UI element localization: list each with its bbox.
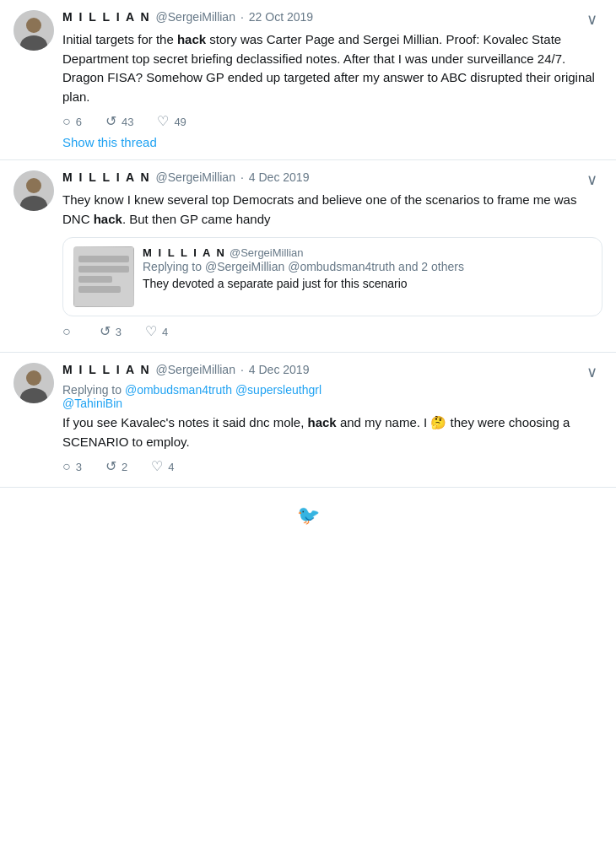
retweet-icon-2: ↺ bbox=[100, 325, 111, 338]
retweet-icon-1: ↺ bbox=[105, 115, 116, 128]
like-count-1: 49 bbox=[174, 116, 186, 128]
dot-3: · bbox=[240, 363, 244, 376]
dot-2: · bbox=[240, 170, 244, 184]
like-count-3: 4 bbox=[168, 461, 174, 473]
thumbnail-image bbox=[73, 246, 134, 307]
svg-rect-7 bbox=[78, 256, 129, 262]
quoted-replying-to: Replying to @SergeiMillian @ombudsman4tr… bbox=[143, 259, 592, 276]
like-action-2[interactable]: ♡ 4 bbox=[145, 325, 168, 338]
retweet-count-2: 3 bbox=[116, 326, 122, 338]
reply-action-2[interactable]: ○ bbox=[62, 325, 76, 338]
user-info-3: M I L L I A N @SergeiMillian · 4 Dec 201… bbox=[62, 363, 309, 376]
like-icon-3: ♡ bbox=[151, 460, 163, 473]
like-action-1[interactable]: ♡ 49 bbox=[157, 115, 186, 128]
retweet-action-1[interactable]: ↺ 43 bbox=[105, 115, 133, 128]
handle-1[interactable]: @SergeiMillian bbox=[156, 10, 235, 24]
quoted-handle: @SergeiMillian bbox=[230, 246, 304, 259]
quoted-user-row: M I L L I A N @SergeiMillian bbox=[143, 246, 592, 259]
replying-to-label: Replying to @ombudsman4truth @supersleut… bbox=[62, 383, 602, 410]
chevron-icon-3[interactable]: ∨ bbox=[581, 363, 602, 381]
retweet-icon-3: ↺ bbox=[105, 460, 116, 473]
chevron-icon-2[interactable]: ∨ bbox=[581, 170, 602, 189]
quoted-thumbnail bbox=[73, 246, 134, 307]
chevron-icon-1[interactable]: ∨ bbox=[581, 10, 602, 29]
tweet-header-3: M I L L I A N @SergeiMillian · 4 Dec 201… bbox=[62, 363, 602, 381]
user-info-2: M I L L I A N @SergeiMillian · 4 Dec 201… bbox=[62, 170, 309, 184]
tweet-1: M I L L I A N @SergeiMillian · 22 Oct 20… bbox=[0, 0, 616, 160]
timestamp-2: 4 Dec 2019 bbox=[249, 170, 310, 184]
like-icon-2: ♡ bbox=[145, 325, 157, 338]
tweet-actions-1: ○ 6 ↺ 43 ♡ 49 bbox=[62, 115, 602, 128]
tweet-actions-3: ○ 3 ↺ 2 ♡ 4 bbox=[62, 460, 602, 473]
tweet-text-2: They know I knew several top Democrats a… bbox=[62, 191, 602, 229]
display-name-2[interactable]: M I L L I A N bbox=[62, 170, 151, 184]
svg-point-12 bbox=[26, 370, 41, 386]
tweet-3: M I L L I A N @SergeiMillian · 4 Dec 201… bbox=[0, 353, 616, 488]
reply-action-3[interactable]: ○ 3 bbox=[62, 460, 82, 473]
quoted-text-main: They devoted a separate paid just for th… bbox=[143, 276, 592, 293]
tweet-2: M I L L I A N @SergeiMillian · 4 Dec 201… bbox=[0, 160, 616, 353]
display-name-3[interactable]: M I L L I A N bbox=[62, 363, 151, 376]
handle-2[interactable]: @SergeiMillian bbox=[156, 170, 235, 184]
reply-count-3: 3 bbox=[76, 461, 82, 473]
quoted-tweet: M I L L I A N @SergeiMillian Replying to… bbox=[62, 237, 602, 316]
dot-1: · bbox=[240, 10, 244, 24]
avatar-3[interactable] bbox=[14, 363, 54, 403]
svg-point-1 bbox=[26, 18, 41, 33]
timestamp-3: 4 Dec 2019 bbox=[249, 363, 310, 376]
user-info-1: M I L L I A N @SergeiMillian · 22 Oct 20… bbox=[62, 10, 313, 24]
tweet-actions-2: ○ ↺ 3 ♡ 4 bbox=[62, 325, 602, 338]
retweet-count-1: 43 bbox=[122, 116, 133, 128]
show-thread-link[interactable]: Show this thread bbox=[62, 135, 602, 149]
svg-rect-10 bbox=[78, 286, 121, 293]
reply-icon-3: ○ bbox=[62, 460, 71, 473]
like-count-2: 4 bbox=[162, 326, 168, 338]
tweet-text-3: If you see Kavalec's notes it said dnc m… bbox=[62, 413, 602, 451]
reply-count-1: 6 bbox=[76, 116, 82, 128]
tweet-text-1: Initial targets for the hack story was C… bbox=[62, 30, 602, 106]
reply-icon-2: ○ bbox=[62, 325, 71, 338]
reply-icon-1: ○ bbox=[62, 115, 71, 128]
quoted-display-name: M I L L I A N bbox=[143, 246, 226, 259]
reply-action-1[interactable]: ○ 6 bbox=[62, 115, 82, 128]
twitter-logo-icon: 🐦 bbox=[297, 505, 320, 526]
retweet-count-3: 2 bbox=[122, 461, 127, 473]
display-name-1[interactable]: M I L L I A N bbox=[62, 10, 151, 24]
like-action-3[interactable]: ♡ 4 bbox=[151, 460, 174, 473]
reply-to-link-3[interactable]: @TahiniBin bbox=[62, 397, 122, 410]
reply-to-link-2[interactable]: @supersleuthgrl bbox=[235, 383, 322, 397]
svg-rect-9 bbox=[78, 276, 112, 283]
tweet-header-2: M I L L I A N @SergeiMillian · 4 Dec 201… bbox=[62, 170, 602, 189]
tweet-header-1: M I L L I A N @SergeiMillian · 22 Oct 20… bbox=[62, 10, 602, 29]
handle-3[interactable]: @SergeiMillian bbox=[156, 363, 235, 376]
quoted-content: M I L L I A N @SergeiMillian Replying to… bbox=[143, 246, 592, 307]
avatar-1[interactable] bbox=[14, 10, 54, 51]
svg-point-4 bbox=[26, 178, 41, 193]
like-icon-1: ♡ bbox=[157, 115, 169, 128]
avatar-2[interactable] bbox=[14, 170, 54, 211]
svg-rect-8 bbox=[78, 266, 129, 273]
reply-to-link-1[interactable]: @ombudsman4truth bbox=[125, 383, 232, 397]
retweet-action-2[interactable]: ↺ 3 bbox=[100, 325, 122, 338]
twitter-footer: 🐦 bbox=[0, 488, 616, 543]
timestamp-1: 22 Oct 2019 bbox=[249, 10, 313, 24]
retweet-action-3[interactable]: ↺ 2 bbox=[105, 460, 127, 473]
